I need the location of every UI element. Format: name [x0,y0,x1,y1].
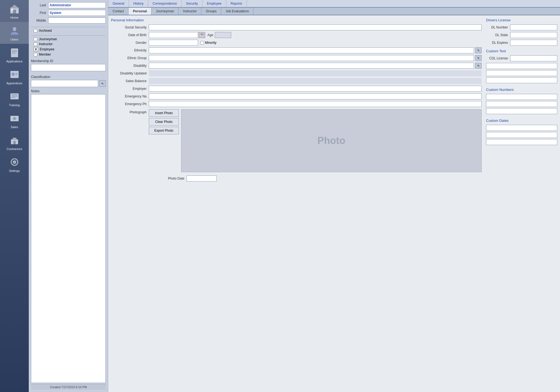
svg-rect-5 [13,28,16,31]
instructor-checkbox[interactable] [34,42,37,46]
tab-groups[interactable]: Groups [201,8,221,15]
sidebar-item-settings[interactable]: Settings [0,153,29,175]
sidebar-item-contractors[interactable]: Contractors [0,131,29,153]
svg-rect-17 [12,97,15,98]
custom-text-1[interactable] [486,63,557,69]
dl-number-row: DL Number [486,24,557,30]
tab-journeyman[interactable]: Journeyman [152,8,179,15]
sidebar-item-applications[interactable]: Applications [0,44,29,66]
svg-rect-3 [11,8,13,11]
archived-checkbox[interactable] [34,29,37,33]
gender-input[interactable] [149,40,198,46]
social-security-input[interactable] [149,24,482,30]
disability-input[interactable] [149,63,474,69]
minority-checkbox[interactable] [200,41,204,45]
content-area: Personal Information Social Security Dat… [108,15,560,392]
svg-point-11 [12,73,15,76]
insert-photo-button[interactable]: Insert Photo [149,109,179,117]
dl-number-input[interactable] [510,24,557,30]
sidebar-item-applications-label: Applications [6,60,22,63]
dob-input[interactable] [149,32,198,38]
member-checkbox[interactable] [34,53,37,56]
clear-photo-button[interactable]: Clear Photo [149,118,179,126]
cdl-license-input[interactable] [510,55,557,61]
emergency-name-input[interactable] [149,93,482,99]
gender-row: Gender Minority [111,40,482,46]
custom-number-2[interactable] [486,101,557,107]
sales-balance-input [149,78,482,84]
sidebar-item-users-label: Users [10,38,18,41]
divider-1 [31,27,106,27]
disability-edit-button[interactable]: ✎ [475,63,482,69]
ethnicity-label: Ethnicity [111,48,147,52]
sales-balance-row: Sales Balance [111,78,482,84]
main-area: Last First Middle Archived Journeyman In… [29,0,560,392]
ethnicity-edit-button[interactable]: ✎ [475,47,482,53]
tab-employee[interactable]: Employee [202,0,226,7]
custom-number-1[interactable] [486,94,557,100]
custom-dates-title: Custom Dates [486,119,557,123]
calendar-button[interactable]: 📅 [199,32,205,38]
emergency-phone-input[interactable] [149,101,482,107]
sidebar-item-sales-label: Sales [11,125,18,129]
classification-input[interactable] [31,80,98,87]
custom-text-2[interactable] [486,70,557,76]
sidebar-item-home[interactable]: Home [0,0,29,22]
tab-reports[interactable]: Reports [226,0,247,7]
svg-rect-9 [12,53,15,53]
svg-marker-1 [10,5,19,8]
ethnicity-input[interactable] [149,47,474,53]
photograph-label: Photograph [111,109,147,114]
svg-rect-12 [15,73,18,74]
tab-contact[interactable]: Contact [108,8,128,15]
sidebar-item-apprentices[interactable]: Apprentices [0,66,29,88]
sidebar-item-settings-label: Settings [9,169,20,172]
first-label: First [31,11,46,15]
journeyman-checkbox[interactable] [34,38,37,41]
custom-numbers-title: Custom Numbers [486,88,557,92]
custom-date-2[interactable] [486,132,557,138]
sidebar-item-training[interactable]: Training [0,88,29,109]
custom-number-3[interactable] [486,108,557,114]
tab-job-evaluations[interactable]: Job Evaluations [221,8,253,15]
dl-expires-row: DL Expires [486,40,557,46]
classification-edit-button[interactable]: ✎ [99,80,106,87]
sidebar: Home Users Applications [0,0,29,392]
first-name-input[interactable] [48,10,106,16]
tab-security[interactable]: Security [182,0,202,7]
apprentices-icon [8,68,21,80]
last-label: Last [31,3,46,7]
created-timestamp: Created 7/27/2010 6:10 PM [31,384,106,390]
tab-history[interactable]: History [129,0,148,7]
export-photo-button[interactable]: Export Photo [149,127,179,134]
middle-name-input[interactable] [48,18,106,24]
photo-date-input[interactable] [187,175,217,181]
journeyman-label: Journeyman [39,37,57,41]
custom-text-3[interactable] [486,77,557,83]
custom-date-1[interactable] [486,125,557,131]
last-name-input[interactable] [48,2,106,8]
disability-updated-input [149,70,482,76]
svg-rect-16 [12,96,18,96]
membership-id-input[interactable] [31,64,106,71]
dl-expires-input[interactable] [510,40,557,46]
tab-personal[interactable]: Personal [128,8,152,15]
tab-general[interactable]: General [108,0,129,7]
ethnic-group-edit-button[interactable]: ✎ [475,55,482,61]
dob-row: Date of Birth 📅 Age [111,32,482,38]
tab-instructor[interactable]: Instructor [179,8,201,15]
custom-date-3[interactable] [486,139,557,145]
drivers-license-title: Drivers License [486,18,557,22]
settings-icon [8,156,21,168]
ethnic-group-label: Ethnic Group [111,56,147,60]
notes-textarea[interactable] [31,94,106,383]
personal-info-title: Personal Information [111,18,482,22]
tab-correspondence[interactable]: Correspondence [148,0,182,7]
photograph-row: Photograph Insert Photo Clear Photo Expo… [111,109,482,181]
sidebar-item-sales[interactable]: Sales [0,109,29,131]
notes-label: Notes [31,89,106,93]
employer-input[interactable] [149,86,482,92]
sidebar-item-users[interactable]: Users [0,22,29,44]
dl-state-input[interactable] [510,32,557,38]
ethnic-group-input[interactable] [149,55,474,61]
